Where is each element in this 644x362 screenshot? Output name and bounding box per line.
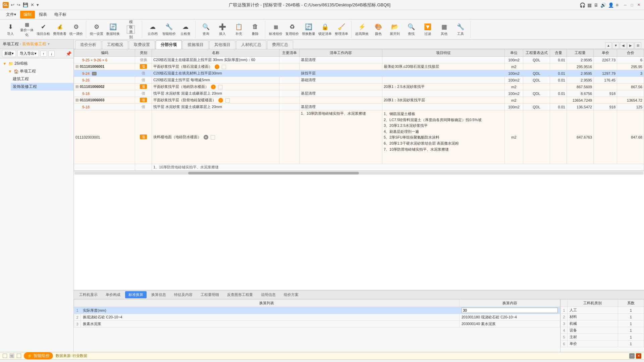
close-button[interactable]: ✕ (636, 2, 641, 8)
bottom-tab-qty-detail[interactable]: 工程量明细 (197, 291, 222, 298)
table-row[interactable]: 9-18 借 找平层 水泥砂浆 混凝土或碾基层上 20mm 基层清理 100m2… (74, 104, 644, 110)
nav-down-arrow[interactable]: ▼ (612, 42, 619, 49)
pin-icon[interactable]: 📌 (66, 51, 71, 56)
unified-settings-button[interactable]: ⚙ 统一设置 (89, 21, 104, 38)
bottom-tab-desc[interactable]: 说明信息 (258, 291, 279, 298)
breadcrumb-item-decoration[interactable]: 装饰装修工程 (22, 41, 46, 47)
bottom-tab-labor[interactable]: 工料机显示 (76, 291, 101, 298)
filter-button[interactable]: 🔽 过滤 (420, 21, 435, 38)
tray-icon-grid[interactable]: ▦ (587, 2, 592, 8)
coef-row-1[interactable]: 1 人工 1 (561, 307, 644, 314)
move-down-button[interactable]: ↓ (48, 51, 55, 57)
tab-project-overview[interactable]: 工程概况 (102, 40, 128, 49)
close-icon[interactable]: ✕ (30, 2, 35, 7)
thickness-input[interactable] (462, 308, 558, 313)
fee-view-button[interactable]: 💰 费用查看 (52, 21, 67, 38)
project-check-button[interactable]: ✔ 项目自检 (36, 21, 51, 38)
sort-list-button[interactable]: 🧹 整理清单 (334, 21, 349, 38)
bottom-tab-price-scheme[interactable]: 组价方案 (280, 291, 302, 298)
insert-button[interactable]: ➕ 插入 (215, 21, 230, 38)
price-unity-button[interactable]: ▦ 量价一体化 (19, 21, 35, 38)
bottom-tab-features[interactable]: 特征及内容 (171, 291, 196, 298)
import-export-button[interactable]: 导入导出▾ (17, 50, 39, 57)
redo-icon[interactable]: ↪ (16, 2, 21, 7)
minimize-button[interactable]: ─ (623, 2, 628, 8)
table-row[interactable]: ⊟011101006003 项 平面砂浆找平层（防骨地砖架暖楼面） ! 20厚1… (74, 97, 644, 104)
conversion-row-1[interactable]: 1 实际厚度(mm) (74, 307, 560, 314)
undo-icon[interactable]: ↩ (10, 2, 15, 7)
checkbox-icon1[interactable]: 侩 (10, 354, 14, 358)
coef-row-3[interactable]: 3 机械 1 (561, 320, 644, 327)
coef-row-6[interactable]: 6 单价 1 (561, 341, 644, 347)
conversion-row-2[interactable]: 2 换现浇砼石砼 C20-10~4 201001180 现浇砼石砼 C20-10… (74, 314, 560, 321)
breadcrumb-item-single[interactable]: 单项工程 (3, 41, 19, 47)
scroll-thumb[interactable] (188, 172, 359, 174)
table-row[interactable]: 9-26 借 C20细石混凝土找平层 每增减5mm 基础清理 100m2 QDL… (74, 77, 644, 84)
nav-left-arrow[interactable]: ◀ (620, 42, 627, 49)
tab-cost-analysis[interactable]: 造价分析 (75, 40, 101, 49)
tab-labor-material[interactable]: 人材机汇总 (236, 40, 266, 49)
checkbox-empty1[interactable] (3, 354, 7, 358)
table-row[interactable]: 011102003001 项 块料楼地面（地砖防水楼面） ⊕ 1、10厚防滑地砖… (74, 110, 644, 164)
tree-node-single[interactable]: ▼ 🏠 单项工程 (5, 67, 73, 75)
tree-node-26b[interactable]: ▼ 📁 26#B栋 (0, 60, 73, 67)
table-container[interactable]: 编码 类别 名称 主要清单 清单工作内容 项目特征 单位 工程量表达式 含量 工… (74, 49, 644, 290)
bottom-tab-unit-price[interactable]: 单价构成 (102, 291, 124, 298)
menu-electronic[interactable]: 电子标 (51, 11, 70, 18)
move-up-button[interactable]: ↑ (40, 51, 47, 57)
tray-icon-more[interactable]: ≡ (616, 2, 619, 8)
template-type-button[interactable]: 模板类别 (122, 21, 140, 38)
delete-button[interactable]: 🗑 删除 (248, 21, 263, 38)
nav-right-arrow[interactable]: ▶ (627, 42, 634, 49)
coef-row-2[interactable]: 2 材料 1 (561, 314, 644, 320)
table-row[interactable]: 9-18 借 找平层 水泥砂浆 混凝土或碾基层上 20mm 基层清理 100m2… (74, 90, 644, 97)
dropdown-icon[interactable]: ▾ (48, 42, 50, 46)
tab-other-items[interactable]: 其他项目 (209, 40, 235, 49)
maximize-button[interactable]: □ (629, 2, 635, 8)
std-price-button[interactable]: ▦ 标准组价 (268, 21, 283, 38)
table-row[interactable]: 9-24 ··· 借 C20细石混凝土在填充材料上找平层30mm 抹找平层 10… (74, 70, 644, 77)
minimize-datasource-button[interactable]: ─ (629, 353, 635, 359)
tree-node-decoration[interactable]: 装饰装修工程 (11, 83, 73, 91)
tray-icon-headphone[interactable]: 🔊 (600, 2, 606, 8)
menu-report[interactable]: 报表 (36, 11, 50, 18)
tray-icon-monitor[interactable]: 🖥 (594, 2, 598, 8)
unified-adjust-button[interactable]: ⚙ 统一调价 (68, 21, 84, 38)
find-button[interactable]: 🔍 查找 (404, 21, 419, 38)
high-efficiency-button[interactable]: ⚡ 超高降效 (354, 21, 370, 38)
tree-node-building[interactable]: 建筑工程 (11, 75, 73, 83)
table-row[interactable]: 9-25 + 9-26 × 6 借换 C20细石混凝土在碰基层面上找平层 30m… (74, 57, 644, 63)
tools-button[interactable]: 🔧 工具 (453, 21, 468, 38)
query-button[interactable]: 🔍 查询 (198, 21, 214, 38)
data-convert-button[interactable]: 🔄 数据转换 (105, 21, 121, 38)
tab-measures[interactable]: 措施项目 (182, 40, 209, 49)
replace-qty-button[interactable]: 🔄 替换数量 (301, 21, 316, 38)
import-button[interactable]: ⬇ 导入 (3, 21, 18, 38)
nav-expand-arrow[interactable]: ⊞ (635, 42, 641, 49)
horizontal-scrollbar[interactable] (74, 171, 644, 175)
table-row[interactable]: ⊟011101006001 项 平面砂浆找平层（细石混凝土楼面） ! 最薄处30… (74, 63, 644, 70)
cloud-save-button[interactable]: ☁ 云存档 (145, 21, 160, 38)
reuse-price-button[interactable]: ♻ 复用组价 (284, 21, 300, 38)
tray-icon-user[interactable]: 👤 (608, 2, 614, 8)
smart-price-badge[interactable]: ⚡ 智能组价 (24, 352, 53, 359)
tab-fee-summary[interactable]: 费用汇总 (267, 40, 293, 49)
tab-sections[interactable]: 分部分项 (156, 40, 182, 49)
coef-row-4[interactable]: 4 设备 1 (561, 327, 644, 334)
cell-conversion-value-1[interactable] (460, 307, 560, 314)
close-datasource-button[interactable]: ✕ (636, 353, 641, 359)
new-button[interactable]: 新建▾ (2, 50, 16, 57)
expand-button[interactable]: 📂 展开到 (387, 21, 402, 38)
checkbox-empty2[interactable] (17, 354, 21, 358)
cloud-check-button[interactable]: ☁ 云检查 (178, 21, 193, 38)
bottom-tab-calc-info[interactable]: 换算信息 (148, 291, 169, 298)
bottom-tab-reverse-query[interactable]: 反查图形工程量 (224, 291, 256, 298)
bottom-tab-std-calc[interactable]: 标准换算 (125, 291, 147, 298)
other-button[interactable]: ▦ 其他 (436, 21, 452, 38)
save-icon[interactable]: 💾 (22, 2, 29, 7)
lock-list-button[interactable]: 🔒 锁定清单 (317, 21, 333, 38)
nav-up-arrow[interactable]: ▲ (605, 42, 612, 49)
menu-edit[interactable]: 编制 (20, 11, 35, 18)
table-row[interactable]: 1、10厚防滑地砖铺实拍平、水泥浆擦缝 (74, 164, 644, 171)
table-row[interactable]: ⊟011101006002 项 平面砂浆找平层（地砖防水楼面） ! 20厚1：2… (74, 84, 644, 90)
